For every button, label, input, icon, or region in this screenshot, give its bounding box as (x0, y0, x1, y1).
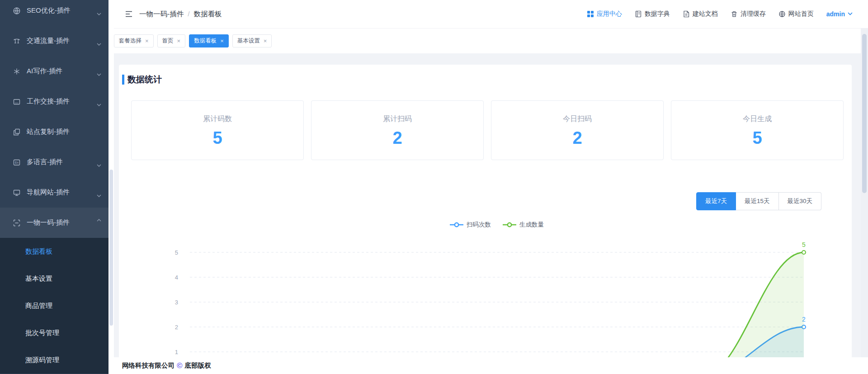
action-label: 清理缓存 (741, 10, 766, 18)
chevron-down-icon (97, 161, 101, 164)
sidebar-item-handover[interactable]: 工作交接-插件 (0, 86, 108, 117)
sidebar-item-one-code[interactable]: 一物一码-插件 (0, 208, 108, 238)
globe-icon (778, 10, 786, 18)
close-icon[interactable]: × (177, 38, 181, 44)
username: admin (826, 10, 845, 18)
copy-icon (13, 128, 21, 136)
traffic-icon (13, 37, 21, 45)
range-7days-button[interactable]: 最近7天 (696, 192, 736, 210)
sidebar-item-nav-site[interactable]: 导航网站-插件 (0, 177, 108, 208)
stat-value: 5 (752, 129, 762, 147)
footer-suffix: 底部版权 (185, 361, 211, 370)
app-center-link[interactable]: 应用中心 (587, 10, 622, 18)
tab-label: 数据看板 (194, 37, 217, 45)
top-header: 一物一码-插件 / 数据看板 应用中心 数据字典 建站文档 (108, 0, 868, 28)
range-15days-button[interactable]: 最近15天 (736, 192, 779, 210)
trash-icon (731, 10, 738, 18)
legend-label: 扫码次数 (467, 221, 491, 229)
breadcrumb-item-current: 数据看板 (193, 9, 222, 19)
site-home-link[interactable]: 网站首页 (778, 10, 814, 18)
sidebar-item-label: SEO优化-插件 (27, 6, 71, 15)
legend-item-scans[interactable]: 扫码次数 (450, 221, 491, 229)
clear-cache-link[interactable]: 清理缓存 (731, 10, 766, 18)
range-30days-button[interactable]: 最近30天 (779, 192, 822, 210)
menu-fold-icon[interactable] (125, 10, 133, 18)
chevron-down-icon (97, 100, 101, 104)
title-accent-bar (122, 75, 124, 85)
chart-legend: 扫码次数 生成数量 (190, 221, 804, 229)
chevron-down-icon (97, 70, 101, 73)
breadcrumb-item[interactable]: 一物一码-插件 (139, 9, 184, 19)
window-icon (13, 98, 21, 106)
chevron-down-icon (97, 40, 101, 43)
tab-dashboard[interactable]: 数据看板 × (189, 34, 229, 47)
sidebar-item-label: AI写作-插件 (27, 67, 62, 76)
stat-label: 今日生成 (743, 114, 772, 124)
tab-label: 套餐选择 (119, 37, 142, 45)
submenu-label: 批次号管理 (25, 329, 59, 337)
sidebar-scrollbar-track[interactable] (108, 0, 114, 374)
sidebar-item-traffic[interactable]: 交通流量-插件 (0, 26, 108, 56)
sidebar-item-label: 工作交接-插件 (27, 97, 70, 106)
sidebar-item-site-copy[interactable]: 站点复制-插件 (0, 117, 108, 147)
sidebar-item-ai-writing[interactable]: AI写作-插件 (0, 56, 108, 86)
line-marker-icon (503, 222, 516, 227)
tab-label: 首页 (162, 37, 174, 45)
page-footer: 网络科技有限公司 © 底部版权 (108, 357, 868, 374)
dictionary-icon (635, 10, 642, 18)
sidebar-item-label: 导航网站-插件 (27, 188, 70, 197)
sidebar-item-multilang[interactable]: En 多语言-插件 (0, 147, 108, 177)
action-label: 网站首页 (788, 10, 814, 18)
site-docs-link[interactable]: 建站文档 (683, 10, 718, 18)
sidebar-subitem-product-mgmt[interactable]: 商品管理 (0, 292, 108, 319)
page-scrollbar-thumb[interactable] (862, 34, 867, 193)
sidebar-subitem-basic-settings[interactable]: 基本设置 (0, 265, 108, 292)
sidebar-subitem-trace-code-mgmt[interactable]: 溯源码管理 (0, 346, 108, 374)
user-menu[interactable]: admin (826, 10, 853, 18)
close-icon[interactable]: × (145, 38, 149, 44)
app-window: SEO优化-插件 交通流量-插件 AI写作-插件 (0, 0, 868, 374)
tab-home[interactable]: 首页 × (157, 34, 186, 47)
action-label: 建站文档 (693, 10, 718, 18)
date-range-toggle: 最近7天 最近15天 最近30天 (696, 192, 821, 210)
copyright-icon: © (177, 361, 183, 370)
action-label: 应用中心 (597, 10, 622, 18)
submenu-label: 溯源码管理 (25, 356, 59, 365)
sidebar-subitem-batch-mgmt[interactable]: 批次号管理 (0, 319, 108, 346)
legend-item-generated[interactable]: 生成数量 (503, 221, 544, 229)
data-dictionary-link[interactable]: 数据字典 (635, 10, 670, 18)
submenu-label: 数据看板 (25, 247, 52, 256)
stat-label: 今日扫码 (563, 114, 592, 124)
tab-basic-settings[interactable]: 基本设置 × (232, 34, 272, 47)
section-title: 数据统计 (122, 74, 162, 85)
monitor-icon (13, 189, 21, 197)
chevron-down-icon (848, 12, 853, 16)
sidebar-scrollbar-thumb[interactable] (109, 170, 113, 326)
svg-text:En: En (15, 161, 19, 164)
stat-card-total-scans: 累计扫码 2 (311, 100, 484, 160)
ai-spark-icon (13, 67, 21, 76)
action-label: 数据字典 (645, 10, 670, 18)
sidebar-item-label: 站点复制-插件 (27, 128, 70, 136)
page-title: 数据统计 (127, 74, 162, 85)
sidebar-menu: SEO优化-插件 交通流量-插件 AI写作-插件 (0, 0, 108, 374)
line-marker-icon (450, 222, 463, 227)
sidebar-subitem-dashboard[interactable]: 数据看板 (0, 238, 108, 265)
submenu-label: 基本设置 (25, 275, 52, 283)
page-scrollbar-track[interactable] (861, 28, 868, 357)
sidebar-item-seo[interactable]: SEO优化-插件 (0, 0, 108, 26)
close-icon[interactable]: × (264, 38, 267, 44)
stat-card-today-generated: 今日生成 5 (671, 100, 844, 160)
breadcrumb: 一物一码-插件 / 数据看板 (139, 0, 222, 28)
close-icon[interactable]: × (220, 38, 224, 44)
tab-package-select[interactable]: 套餐选择 × (114, 34, 154, 47)
sidebar-item-label: 多语言-插件 (27, 158, 63, 166)
chevron-down-icon (97, 9, 101, 13)
legend-label: 生成数量 (519, 221, 544, 229)
stat-label: 累计扫码 (383, 114, 412, 124)
scan-code-icon (13, 219, 21, 227)
chevron-up-icon (97, 222, 101, 225)
open-tabs-bar: 套餐选择 × 首页 × 数据看板 × 基本设置 × (108, 28, 868, 53)
globe-icon (13, 7, 21, 15)
submenu-label: 商品管理 (25, 302, 52, 310)
